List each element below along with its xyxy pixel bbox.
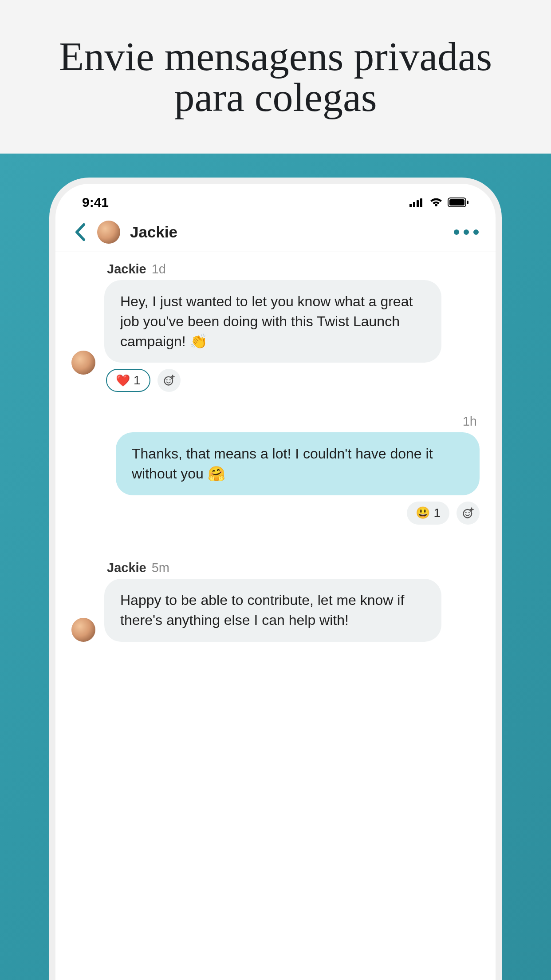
dot-icon xyxy=(464,229,469,235)
more-options-button[interactable] xyxy=(454,229,479,235)
svg-point-8 xyxy=(166,379,168,381)
message-bubble[interactable]: Thanks, that means a lot! I couldn't hav… xyxy=(116,432,480,495)
dot-icon xyxy=(473,229,479,235)
wifi-icon xyxy=(429,198,443,207)
cellular-signal-icon xyxy=(409,198,425,207)
message-avatar[interactable] xyxy=(71,351,95,375)
message-author: Jackie xyxy=(107,262,146,277)
phone-frame: 9:41 Jackie xyxy=(49,178,502,980)
status-bar: 9:41 xyxy=(55,184,496,212)
contact-avatar[interactable] xyxy=(97,221,120,244)
reaction-count: 1 xyxy=(134,373,141,387)
svg-point-12 xyxy=(464,510,472,518)
svg-point-14 xyxy=(468,512,470,513)
promo-header: Envie mensagens privadas para colegas xyxy=(0,0,551,154)
message-bubble[interactable]: Happy to be able to contribute, let me k… xyxy=(104,579,441,642)
svg-rect-5 xyxy=(449,199,464,205)
reaction-pill[interactable]: ❤️ 1 xyxy=(106,369,150,392)
svg-point-7 xyxy=(164,377,173,385)
message-avatar[interactable] xyxy=(71,618,95,642)
reactions-row: 😃 1 xyxy=(405,502,480,525)
add-reaction-button[interactable] xyxy=(457,502,480,525)
message-timestamp: 1d xyxy=(152,262,166,277)
message-row: 1h Thanks, that means a lot! I couldn't … xyxy=(71,414,480,525)
reaction-pill[interactable]: 😃 1 xyxy=(407,502,449,525)
status-icons xyxy=(409,198,469,207)
battery-icon xyxy=(448,198,469,207)
svg-rect-6 xyxy=(467,201,468,204)
reaction-count: 1 xyxy=(433,506,441,520)
chat-body: Jackie 1d Hey, I just wanted to let you … xyxy=(55,252,496,642)
promo-headline: Envie mensagens privadas para colegas xyxy=(31,36,520,118)
message-meta: Jackie 5m xyxy=(104,561,441,575)
promo-background: 9:41 Jackie xyxy=(0,154,551,980)
svg-rect-1 xyxy=(413,202,415,207)
chat-header: Jackie xyxy=(55,212,496,252)
svg-point-9 xyxy=(169,379,171,381)
add-reaction-button[interactable] xyxy=(157,369,181,392)
svg-rect-3 xyxy=(420,198,422,207)
dot-icon xyxy=(454,229,459,235)
message-timestamp: 5m xyxy=(152,561,169,575)
message-meta: Jackie 1d xyxy=(104,262,441,277)
contact-name: Jackie xyxy=(130,223,444,241)
reactions-row: ❤️ 1 xyxy=(104,369,441,392)
smile-icon: 😃 xyxy=(416,506,430,520)
heart-icon: ❤️ xyxy=(116,374,130,387)
message-timestamp: 1h xyxy=(463,414,480,429)
svg-rect-0 xyxy=(409,204,412,207)
svg-point-13 xyxy=(465,512,467,513)
status-time: 9:41 xyxy=(82,195,109,210)
message-row: Jackie 1d Hey, I just wanted to let you … xyxy=(71,262,480,392)
svg-rect-2 xyxy=(417,200,419,207)
message-author: Jackie xyxy=(107,561,146,575)
back-button[interactable] xyxy=(72,221,87,243)
message-row: Jackie 5m Happy to be able to contribute… xyxy=(71,547,480,642)
message-bubble[interactable]: Hey, I just wanted to let you know what … xyxy=(104,280,441,363)
